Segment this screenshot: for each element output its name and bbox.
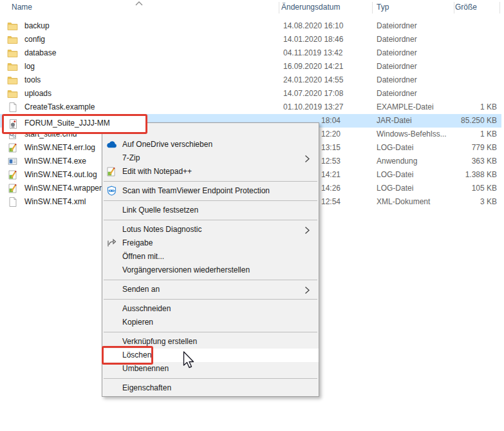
menu-item-senden-an[interactable]: Senden an xyxy=(102,283,319,296)
file-name[interactable]: WinSW.NET4.wrapper. xyxy=(24,182,104,195)
column-divider[interactable] xyxy=(279,2,279,14)
file-modified-date: 16.09.2020 14:21 xyxy=(283,60,343,73)
menu-item-auf-onedrive-verschieben[interactable]: Auf OneDrive verschieben xyxy=(102,138,319,151)
file-size: 105 KB xyxy=(412,182,497,195)
file-type: Dateiordner xyxy=(377,87,417,101)
menu-item-ausschneiden[interactable]: Ausschneiden xyxy=(102,302,319,316)
file-name[interactable]: WinSW.NET4.out.log xyxy=(24,168,97,182)
file-name[interactable]: WinSW.NET4.exe xyxy=(24,155,86,168)
teamviewer-shield-icon xyxy=(106,186,118,196)
column-header-name[interactable]: Name xyxy=(12,0,32,15)
file-icon xyxy=(7,102,18,113)
file-modified-date: 14:21 xyxy=(321,168,341,182)
menu-separator xyxy=(104,299,317,300)
share-icon xyxy=(106,238,118,249)
column-divider[interactable] xyxy=(372,2,373,14)
menu-separator xyxy=(104,280,317,280)
file-type: JAR-Datei xyxy=(377,114,412,128)
file-modified-date: 14.08.2020 16:10 xyxy=(283,19,343,33)
menu-item-7-zip[interactable]: 7-Zip xyxy=(102,151,319,165)
menu-item-label: Auf OneDrive verschieben xyxy=(122,140,212,149)
jar-file-icon xyxy=(8,119,19,129)
file-row[interactable]: CreateTask.example01.10.2019 13:27EXAMPL… xyxy=(0,101,501,114)
file-name[interactable]: config xyxy=(24,33,45,46)
menu-item-scan-with-teamviewer-endpoint-protection[interactable]: Scan with TeamViewer Endpoint Protection xyxy=(102,184,319,198)
file-name[interactable]: tools xyxy=(24,73,41,87)
folder-icon xyxy=(7,21,18,32)
file-type: LOG-Datei xyxy=(377,141,413,155)
exe-icon xyxy=(7,156,18,167)
file-name[interactable]: CreateTask.example xyxy=(24,101,95,114)
menu-item-label: Kopieren xyxy=(122,318,153,327)
file-type: Dateiordner xyxy=(377,73,417,87)
file-row[interactable]: database04.11.2019 13:42Dateiordner xyxy=(0,46,501,60)
file-row[interactable]: backup14.08.2020 16:10Dateiordner xyxy=(0,19,501,33)
file-name[interactable]: backup xyxy=(24,19,50,33)
file-modified-date: 01.10.2019 13:27 xyxy=(283,101,343,114)
menu-item-label: Ausschneiden xyxy=(122,304,171,313)
file-size xyxy=(412,87,497,101)
file-size xyxy=(412,46,497,60)
menu-item-edit-with-notepad-[interactable]: Edit with Notepad++ xyxy=(102,165,319,178)
menu-item-label: Link Quelle festsetzen xyxy=(122,206,198,215)
column-header-type[interactable]: Typ xyxy=(377,0,389,15)
folder-icon xyxy=(7,61,18,72)
menu-separator xyxy=(104,378,317,379)
submenu-arrow-icon xyxy=(304,225,310,234)
file-name[interactable]: database xyxy=(24,46,56,60)
menu-separator xyxy=(104,181,317,182)
file-row[interactable]: tools24.01.2020 14:55Dateiordner xyxy=(0,73,501,87)
menu-item-vorgängerversionen-wiederherstellen[interactable]: Vorgängerversionen wiederherstellen xyxy=(102,263,319,277)
menu-item-link-quelle-festsetzen[interactable]: Link Quelle festsetzen xyxy=(102,204,319,217)
file-type: LOG-Datei xyxy=(377,168,413,182)
file-type: LOG-Datei xyxy=(377,182,413,195)
file-modified-date: 12:54 xyxy=(321,195,341,209)
submenu-arrow-icon xyxy=(304,154,310,162)
file-name[interactable]: uploads xyxy=(24,87,51,101)
menu-item-freigabe[interactable]: Freigabe xyxy=(102,236,319,250)
notepadpp-icon xyxy=(106,166,118,177)
menu-item-kopieren[interactable]: Kopieren xyxy=(102,316,319,329)
file-size xyxy=(412,33,497,46)
onedrive-icon xyxy=(106,139,118,150)
notepadpp-icon xyxy=(7,142,18,153)
file-type: Dateiordner xyxy=(377,19,417,33)
file-modified-date: 14:26 xyxy=(321,182,341,195)
menu-item-eigenschaften[interactable]: Eigenschaften xyxy=(102,381,319,395)
menu-separator xyxy=(104,200,317,201)
annotation-box-file: FORUM_Suite_JJJJ-MM xyxy=(2,114,147,134)
menu-item-label: Lotus Notes Diagnostic xyxy=(122,225,201,234)
menu-item-label: Umbenennen xyxy=(122,364,169,373)
folder-icon xyxy=(7,75,18,86)
file-name[interactable]: WinSW.NET4.err.log xyxy=(24,141,95,155)
column-divider[interactable] xyxy=(499,2,500,14)
menu-item-label: Öffnen mit... xyxy=(122,252,164,261)
file-row[interactable]: uploads14.07.2020 17:08Dateiordner xyxy=(0,87,501,101)
file-size: 1 KB xyxy=(412,128,497,141)
file-name[interactable]: FORUM_Suite_JJJJ-MM xyxy=(24,117,110,130)
column-divider[interactable] xyxy=(454,2,454,14)
menu-item-label: Eigenschaften xyxy=(122,383,171,392)
file-size xyxy=(412,19,497,33)
file-row[interactable]: config14.01.2020 18:46Dateiordner xyxy=(0,33,501,46)
file-size: 363 KB xyxy=(412,155,497,168)
file-row[interactable]: log16.09.2020 14:21Dateiordner xyxy=(0,60,501,73)
menu-item-label: Freigabe xyxy=(122,238,153,247)
file-name[interactable]: log xyxy=(24,60,35,73)
menu-item-label: 7-Zip xyxy=(122,153,140,162)
folder-icon xyxy=(7,48,18,59)
file-name[interactable]: WinSW.NET4.xml xyxy=(24,195,86,209)
file-modified-date: 24.01.2020 14:55 xyxy=(283,73,343,87)
menu-item-lotus-notes-diagnostic[interactable]: Lotus Notes Diagnostic xyxy=(102,223,319,236)
mouse-cursor-icon xyxy=(183,351,195,370)
folder-icon xyxy=(7,34,18,45)
menu-item-öffnen-mit-[interactable]: Öffnen mit... xyxy=(102,250,319,263)
file-icon xyxy=(7,196,18,207)
sort-ascending-chevron[interactable] xyxy=(135,1,144,6)
file-size: 85.250 KB xyxy=(412,114,497,128)
menu-item-label: Vorgängerversionen wiederherstellen xyxy=(122,265,250,274)
column-header-modified[interactable]: Änderungsdatum xyxy=(281,0,340,15)
notepadpp-icon xyxy=(7,183,18,194)
column-header-size[interactable]: Größe xyxy=(455,0,477,15)
file-modified-date: 14.01.2020 18:46 xyxy=(283,33,343,46)
